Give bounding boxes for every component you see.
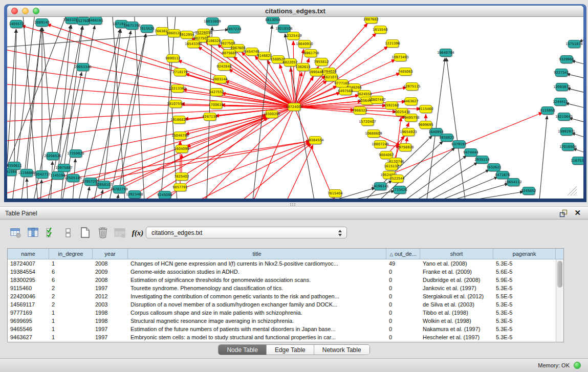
- table-row[interactable]: 946362711997Embryonic stem cells: a mode…: [8, 333, 563, 341]
- close-panel-icon[interactable]: ✕: [574, 208, 581, 217]
- graph-node[interactable]: 7485063: [398, 68, 412, 77]
- graph-node[interactable]: 1733426: [392, 186, 407, 195]
- graph-node[interactable]: 15751874: [565, 40, 583, 49]
- graph-node[interactable]: 2522544: [389, 175, 404, 184]
- graph-node[interactable]: 6379197: [451, 141, 466, 149]
- graph-edge-red[interactable]: [195, 143, 311, 199]
- graph-node[interactable]: 9890112: [165, 55, 180, 63]
- graph-node[interactable]: 15720407: [359, 118, 376, 127]
- scrollbar-thumb[interactable]: [557, 261, 562, 288]
- graph-node[interactable]: 16543392: [185, 40, 202, 49]
- column-header-short[interactable]: short: [420, 249, 493, 259]
- graph-edge-black[interactable]: [567, 74, 583, 79]
- table-row[interactable]: 1830029562008Estimation of significance …: [8, 276, 563, 284]
- split-pane-divider[interactable]: [0, 202, 588, 206]
- table-row[interactable]: 911546021997Tourette syndrome. Phenomeno…: [8, 284, 563, 292]
- table-row[interactable]: 969969511998Structural magnetic resonanc…: [8, 317, 563, 325]
- graph-node[interactable]: 7986322: [352, 107, 367, 116]
- network-graph[interactable]: 1405572208914010653287152760284661611071…: [7, 17, 583, 199]
- graph-node[interactable]: 1362615: [295, 63, 310, 72]
- graph-edge-black[interactable]: [472, 192, 524, 199]
- graph-node[interactable]: 15992971: [558, 128, 575, 137]
- graph-node[interactable]: 8471676: [495, 171, 510, 180]
- tab-node-table[interactable]: Node Table: [219, 345, 267, 355]
- graph-node[interactable]: 1145194: [50, 172, 65, 181]
- graph-edge-red[interactable]: [21, 26, 294, 107]
- table-row[interactable]: 946554611997Estimation of the future num…: [8, 325, 563, 333]
- graph-edge-black[interactable]: [27, 178, 28, 199]
- graph-node[interactable]: 16033809: [204, 18, 221, 27]
- graph-edge-red[interactable]: [91, 141, 310, 182]
- graph-node[interactable]: 18107554: [167, 100, 184, 109]
- graph-node[interactable]: 8267130: [202, 113, 217, 122]
- graph-node[interactable]: 1604099: [174, 145, 189, 154]
- network-canvas[interactable]: 1405572208914010653287152760284661611071…: [7, 17, 583, 199]
- graph-node[interactable]: 20206526: [44, 152, 61, 161]
- graph-node[interactable]: 16210643: [555, 113, 573, 122]
- graph-edge-red[interactable]: [396, 117, 401, 162]
- graph-node[interactable]: 2718176: [172, 69, 187, 77]
- graph-node[interactable]: 12505185: [64, 174, 82, 183]
- graph-edge-red[interactable]: [7, 107, 294, 122]
- graph-node[interactable]: 2089140: [34, 19, 49, 28]
- graph-node[interactable]: 8427552: [209, 89, 224, 97]
- graph-node[interactable]: 14196141: [372, 183, 389, 191]
- graph-node[interactable]: 10688609: [365, 130, 382, 139]
- graph-node[interactable]: 12923468: [126, 191, 143, 199]
- tab-network-table[interactable]: Network Table: [314, 345, 369, 355]
- graph-node[interactable]: 9329966: [559, 56, 574, 64]
- graph-node[interactable]: 9875685: [222, 50, 236, 58]
- graph-node[interactable]: 1615132: [384, 163, 399, 171]
- column-header-out_de[interactable]: △out_de...: [386, 249, 420, 259]
- graph-node[interactable]: 6497568: [338, 87, 353, 96]
- graph-node[interactable]: 2803144: [212, 76, 227, 84]
- graph-node[interactable]: 9146821: [257, 52, 272, 61]
- graph-node[interactable]: 8466161: [88, 17, 103, 25]
- graph-node[interactable]: 14671358: [123, 22, 141, 31]
- delete-table-icon[interactable]: [95, 226, 111, 240]
- graph-node[interactable]: 10958107: [95, 181, 113, 190]
- table-row[interactable]: 1456911722003Disruption of a novel membe…: [8, 300, 563, 309]
- graph-node[interactable]: 8350611: [7, 162, 22, 171]
- graph-node[interactable]: 2887682: [363, 17, 378, 24]
- table-row[interactable]: 1938455462009Genome-wide association stu…: [8, 268, 563, 276]
- row-height-icon[interactable]: [60, 226, 76, 240]
- graph-node[interactable]: 1244413: [553, 98, 568, 107]
- graph-node[interactable]: 1615548: [373, 26, 387, 35]
- graph-edge-black[interactable]: [119, 34, 146, 189]
- canvas-resize-handle-icon[interactable]: [568, 186, 577, 195]
- graph-node[interactable]: 9699695: [418, 121, 433, 130]
- graph-node[interactable]: 7815526: [139, 25, 154, 34]
- graph-node[interactable]: 8938923: [439, 134, 454, 143]
- graph-node[interactable]: 18724007: [286, 103, 303, 112]
- column-header-name[interactable]: name: [8, 249, 49, 259]
- graph-node[interactable]: 9857791: [172, 184, 187, 192]
- graph-node[interactable]: 7625402: [174, 173, 189, 182]
- graph-node[interactable]: 9245098: [157, 191, 172, 199]
- graph-edge-black[interactable]: [86, 187, 90, 199]
- graph-node[interactable]: 17016504: [559, 143, 577, 152]
- graph-node[interactable]: 12325419: [285, 32, 302, 41]
- graph-edge-black[interactable]: [117, 194, 118, 199]
- graph-node[interactable]: 9227341: [554, 69, 569, 78]
- graph-node[interactable]: 10973493: [391, 54, 409, 62]
- graph-edge-black[interactable]: [79, 29, 120, 199]
- graph-edge-black[interactable]: [42, 28, 53, 156]
- column-header-in_degree[interactable]: in_degree: [49, 249, 93, 259]
- graph-node[interactable]: 9245852: [521, 187, 536, 196]
- column-header-title[interactable]: title: [128, 249, 386, 259]
- graph-node[interactable]: 8186328: [206, 37, 221, 46]
- float-panel-icon[interactable]: [559, 209, 568, 217]
- graph-node[interactable]: 1405572: [9, 20, 24, 29]
- graph-node[interactable]: 18640910: [296, 40, 313, 49]
- graph-node[interactable]: 10654112: [505, 179, 522, 187]
- graph-edge-red[interactable]: [84, 107, 294, 199]
- column-header-pagerank[interactable]: pagerank: [493, 249, 556, 259]
- graph-node[interactable]: 9463627: [403, 98, 418, 106]
- graph-node[interactable]: 8115958: [540, 107, 555, 116]
- table-settings-icon[interactable]: [8, 226, 24, 240]
- table-row[interactable]: 977716911998Corpus callosum shape and si…: [8, 309, 563, 317]
- graph-edge-black[interactable]: [565, 103, 583, 109]
- column-visibility-icon[interactable]: [26, 226, 41, 240]
- tab-edge-table[interactable]: Edge Table: [267, 345, 314, 355]
